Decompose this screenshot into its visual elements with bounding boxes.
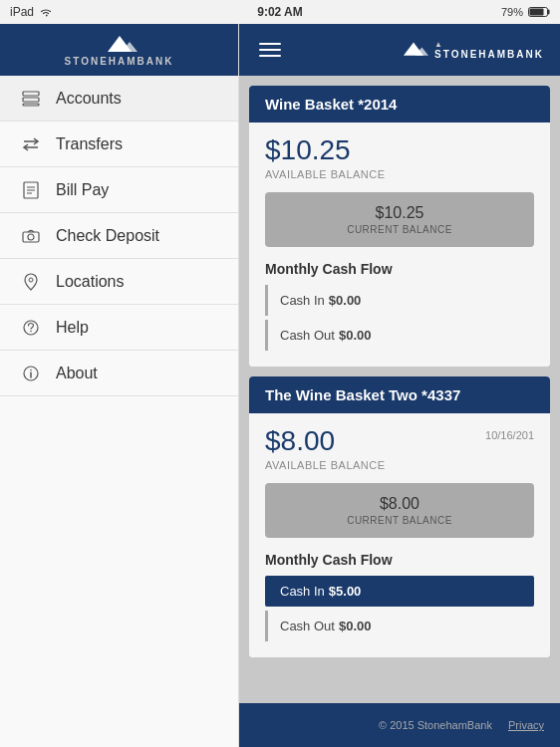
account-0-cashin-label: Cash In: [280, 293, 325, 308]
account-1-cashin-label: Cash In: [280, 584, 325, 599]
locations-label: Locations: [56, 273, 125, 291]
account-0-current-balance-label: CURRENT BALANCE: [281, 224, 518, 235]
account-0-cashout-label: Cash Out: [280, 328, 335, 343]
accounts-icon: [20, 88, 42, 110]
account-0-cashin-row: Cash In $0.00: [265, 285, 534, 316]
account-0-cashin-amount: $0.00: [329, 293, 362, 308]
app-container: STONEHAMBANK Accounts: [0, 24, 560, 747]
account-0-available-balance-label: AVAILABLE BALANCE: [265, 168, 534, 180]
footer-copyright: © 2015 StonehamBank: [379, 719, 492, 731]
sidebar-item-accounts[interactable]: Accounts: [0, 76, 238, 122]
svg-rect-5: [23, 92, 39, 96]
status-bar-right: 79%: [501, 6, 550, 18]
account-1-cashout-amount: $0.00: [339, 619, 372, 633]
about-label: About: [56, 365, 98, 382]
top-header: ▲ STONEHAMBANK: [239, 24, 560, 76]
header-logo-top: ▲: [434, 41, 443, 49]
billpay-icon: [20, 179, 42, 201]
sidebar-item-checkdeposit[interactable]: Check Deposit: [0, 213, 238, 259]
billpay-label: Bill Pay: [56, 181, 109, 199]
account-0-current-balance-amount: $10.25: [281, 204, 518, 222]
sidebar-item-billpay[interactable]: Bill Pay: [0, 167, 238, 213]
account-card-1-header[interactable]: The Wine Basket Two *4337: [249, 376, 550, 413]
account-card-0-header[interactable]: Wine Basket *2014: [249, 86, 550, 123]
account-0-cashout-row: Cash Out $0.00: [265, 320, 534, 351]
sidebar-item-about[interactable]: About: [0, 351, 238, 396]
account-1-current-balance-amount: $8.00: [281, 495, 518, 513]
hamburger-menu-button[interactable]: [255, 39, 285, 61]
account-1-date: 10/16/201: [485, 425, 534, 449]
status-bar-left: iPad: [10, 5, 53, 19]
transfers-label: Transfers: [56, 135, 123, 153]
main-content: ▲ STONEHAMBANK Wine Basket *2014 $10.25 …: [239, 24, 560, 747]
account-1-cashin-row: Cash In $5.00: [265, 576, 534, 607]
account-1-cashout-label: Cash Out: [280, 619, 335, 633]
header-logo-mountain-icon: [399, 39, 428, 61]
help-icon: [20, 317, 42, 339]
sidebar-logo-text: STONEHAMBANK: [65, 56, 174, 67]
account-0-available-balance-amount: $10.25: [265, 134, 534, 166]
svg-rect-7: [23, 104, 39, 106]
status-bar: iPad 9:02 AM 79%: [0, 0, 560, 24]
sidebar: STONEHAMBANK Accounts: [0, 24, 239, 747]
device-label: iPad: [10, 5, 34, 19]
account-1-current-balance-box: $8.00 CURRENT BALANCE: [265, 483, 534, 538]
svg-point-21: [30, 369, 32, 371]
account-card-1-body: $8.00 AVAILABLE BALANCE 10/16/201 $8.00 …: [249, 413, 550, 657]
sidebar-item-transfers[interactable]: Transfers: [0, 122, 238, 167]
sidebar-nav: Accounts Transfers: [0, 76, 238, 747]
sidebar-logo: STONEHAMBANK: [0, 24, 238, 76]
header-logo: ▲ STONEHAMBANK: [399, 39, 544, 61]
account-1-cashflow-title: Monthly Cash Flow: [265, 552, 534, 568]
svg-rect-2: [530, 9, 544, 16]
account-0-current-balance-box: $10.25 CURRENT BALANCE: [265, 192, 534, 247]
battery-percent: 79%: [501, 6, 523, 18]
account-1-cashout-row: Cash Out $0.00: [265, 611, 534, 641]
account-0-cashflow-title: Monthly Cash Flow: [265, 261, 534, 277]
svg-point-16: [29, 278, 33, 282]
account-1-available-balance-label: AVAILABLE BALANCE: [265, 459, 386, 471]
sidebar-item-help[interactable]: Help: [0, 305, 238, 351]
account-card-1: The Wine Basket Two *4337 $8.00 AVAILABL…: [249, 376, 550, 657]
accounts-label: Accounts: [56, 90, 122, 108]
svg-point-18: [30, 330, 32, 332]
svg-rect-6: [23, 98, 39, 102]
wifi-icon: [39, 6, 53, 18]
account-card-0-body: $10.25 AVAILABLE BALANCE $10.25 CURRENT …: [249, 123, 550, 367]
locations-icon: [20, 271, 42, 293]
status-bar-time: 9:02 AM: [257, 5, 303, 19]
account-card-0-name: Wine Basket *2014: [265, 96, 397, 113]
svg-rect-1: [548, 10, 550, 15]
account-0-cashout-amount: $0.00: [339, 328, 372, 343]
account-1-cashin-amount: $5.00: [329, 584, 362, 599]
account-1-available-balance-amount: $8.00: [265, 425, 386, 457]
checkdeposit-label: Check Deposit: [56, 227, 159, 245]
battery-icon: [528, 6, 550, 18]
transfers-icon: [20, 133, 42, 155]
header-logo-name: STONEHAMBANK: [434, 49, 544, 60]
svg-point-15: [28, 234, 34, 240]
accounts-list: Wine Basket *2014 $10.25 AVAILABLE BALAN…: [239, 76, 560, 703]
sidebar-item-locations[interactable]: Locations: [0, 259, 238, 305]
account-1-current-balance-label: CURRENT BALANCE: [281, 515, 518, 526]
account-card-1-name: The Wine Basket Two *4337: [265, 386, 460, 403]
footer-privacy-link[interactable]: Privacy: [508, 719, 544, 731]
about-icon: [20, 363, 42, 384]
account-card-0: Wine Basket *2014 $10.25 AVAILABLE BALAN…: [249, 86, 550, 367]
footer: © 2015 StonehamBank Privacy: [239, 703, 560, 747]
checkdeposit-icon: [20, 225, 42, 247]
help-label: Help: [56, 319, 89, 337]
sidebar-logo-mountain-icon: [102, 34, 138, 56]
